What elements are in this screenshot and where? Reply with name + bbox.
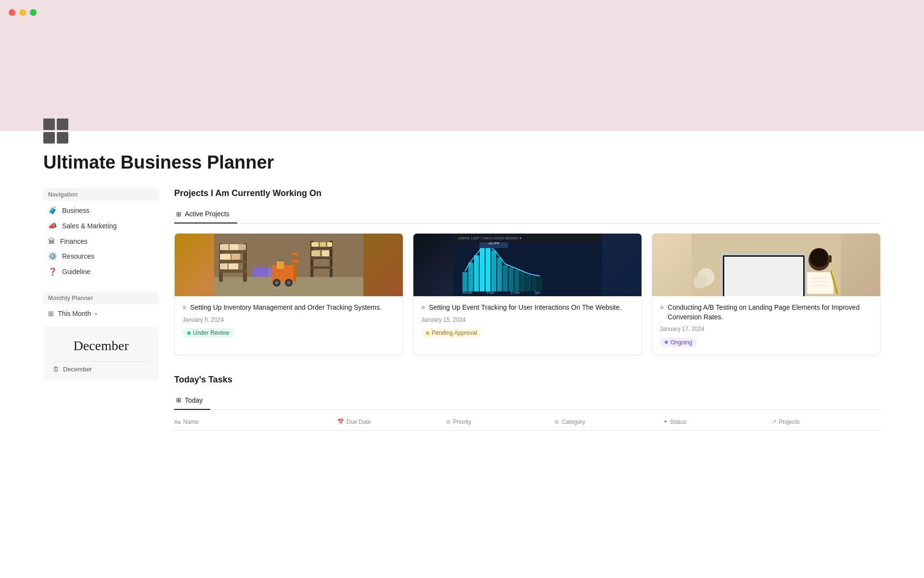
svg-rect-21: [292, 253, 298, 255]
svg-rect-67: [828, 255, 832, 263]
svg-rect-34: [268, 267, 272, 277]
svg-rect-13: [229, 263, 238, 269]
minimize-button[interactable]: [19, 9, 26, 16]
logo-square-tr: [57, 118, 68, 130]
project-card-image-0: [175, 234, 403, 296]
th-category: ◎ Category: [554, 419, 663, 425]
project-card-image-2: [652, 234, 880, 296]
svg-rect-6: [219, 270, 247, 273]
project-card-body-2: ≡ Conducting A/B Testing on Landing Page…: [652, 296, 880, 355]
th-due-label: Due Date: [346, 419, 371, 425]
svg-point-66: [810, 249, 828, 266]
project-card-0[interactable]: ≡ Setting Up Inventory Management and Or…: [174, 233, 403, 355]
project-card-title-1: Setting Up Event Tracking for User Inter…: [429, 303, 621, 313]
badge-dot-0: [187, 331, 191, 335]
svg-rect-45: [509, 267, 513, 291]
main-layout: Navigation 🧳 Business 📣 Sales & Marketin…: [43, 188, 881, 431]
tasks-section: Today's Tasks ⊞ Today Aa Name 📅: [174, 375, 881, 431]
svg-rect-7: [220, 244, 229, 250]
project-card-icon-1: ≡: [421, 303, 425, 311]
svg-rect-38: [468, 263, 473, 291]
chevron-down-icon: ▾: [95, 311, 97, 316]
svg-rect-12: [220, 263, 228, 269]
project-card-image-1: 32.9% 40.6% 479K 17min 3pv USERS: LAST 7…: [413, 234, 642, 296]
resources-icon: ⚙️: [48, 252, 57, 261]
maximize-button[interactable]: [30, 9, 37, 16]
this-month-label: This Month: [58, 310, 91, 317]
badge-dot-1: [426, 331, 429, 335]
projects-grid: ≡ Setting Up Inventory Management and Or…: [174, 233, 881, 355]
svg-rect-29: [320, 242, 326, 247]
calendar-footer: 🗓 December: [53, 361, 149, 373]
project-card-2[interactable]: ≡ Conducting A/B Testing on Landing Page…: [652, 233, 881, 355]
projects-section-heading: Projects I Am Currently Working On: [174, 188, 881, 198]
project-card-badge-2: Ongoing: [660, 338, 697, 347]
th-status-label: Status: [670, 419, 686, 425]
svg-rect-25: [310, 247, 333, 250]
calendar-card: December 🗓 December: [43, 327, 159, 381]
logo-icon: [43, 118, 68, 144]
close-button[interactable]: [9, 9, 15, 16]
project-card-body-0: ≡ Setting Up Inventory Management and Or…: [175, 296, 403, 345]
project-card-header-2: ≡ Conducting A/B Testing on Landing Page…: [660, 303, 873, 322]
svg-rect-37: [462, 272, 467, 291]
sidebar-resources-label: Resources: [62, 252, 94, 260]
th-priority: ◎ Priority: [446, 419, 555, 425]
sidebar-guideline-label: Guideline: [62, 268, 90, 276]
svg-rect-30: [327, 242, 332, 247]
sidebar-item-finances[interactable]: 🏛 Finances: [43, 234, 159, 249]
badge-label-0: Under Review: [193, 329, 229, 336]
th-name: Aa Name: [174, 419, 337, 425]
monthly-planner-section-label: Monthly Planner: [43, 292, 159, 304]
badge-label-1: Pending Approval: [432, 329, 477, 336]
th-category-icon: ◎: [554, 419, 559, 425]
sidebar: Navigation 🧳 Business 📣 Sales & Marketin…: [43, 188, 159, 381]
badge-label-2: Ongoing: [670, 339, 692, 346]
svg-point-19: [287, 281, 291, 285]
svg-rect-15: [277, 262, 284, 269]
page-title: Ultimate Business Planner: [43, 152, 881, 173]
projects-section: Projects I Am Currently Working On ⊞ Act…: [174, 188, 881, 355]
svg-rect-9: [238, 244, 246, 250]
active-projects-tab-label: Active Projects: [185, 210, 230, 218]
hero-banner: [0, 25, 924, 131]
svg-rect-46: [514, 270, 519, 291]
this-month-item[interactable]: ⊞ This Month ▾: [43, 306, 159, 321]
logo-square-tl: [43, 118, 55, 130]
calendar-footer-icon: 🗓: [53, 366, 59, 373]
logo-square-bl: [43, 132, 55, 144]
svg-rect-48: [526, 275, 531, 291]
project-card-header-1: ≡ Setting Up Event Tracking for User Int…: [421, 303, 634, 313]
tab-today[interactable]: ⊞ Today: [174, 392, 210, 410]
guideline-icon: ❓: [48, 267, 57, 276]
sidebar-divider: [43, 279, 159, 287]
titlebar: [0, 0, 924, 25]
sidebar-item-sales-marketing[interactable]: 📣 Sales & Marketing: [43, 218, 159, 234]
today-tab-label: Today: [185, 396, 203, 404]
sidebar-item-business[interactable]: 🧳 Business: [43, 203, 159, 218]
project-card-date-1: January 15, 2024: [421, 316, 634, 323]
svg-rect-50: [538, 277, 542, 291]
svg-rect-44: [503, 265, 508, 291]
finances-icon: 🏛: [48, 237, 55, 245]
sidebar-item-guideline[interactable]: ❓ Guideline: [43, 264, 159, 279]
svg-rect-26: [310, 257, 333, 259]
svg-text:USERS: LAST 7 DAYS  USING MEDI: USERS: LAST 7 DAYS USING MEDIAN ▼: [458, 236, 522, 240]
navigation-section-label: Navigation: [43, 188, 159, 201]
grid-icon: ⊞: [48, 310, 54, 317]
calendar-footer-label: December: [63, 366, 92, 373]
svg-rect-20: [294, 253, 296, 282]
svg-point-17: [275, 281, 279, 285]
sidebar-item-resources[interactable]: ⚙️ Resources: [43, 249, 159, 264]
th-due-icon: 📅: [337, 419, 344, 425]
project-card-badge-1: Pending Approval: [421, 328, 482, 338]
tab-active-projects[interactable]: ⊞ Active Projects: [174, 205, 237, 223]
projects-tabs: ⊞ Active Projects: [174, 205, 881, 223]
th-name-label: Name: [183, 419, 198, 425]
project-card-1[interactable]: 32.9% 40.6% 479K 17min 3pv USERS: LAST 7…: [413, 233, 642, 355]
svg-rect-22: [292, 260, 298, 263]
project-card-icon-0: ≡: [182, 303, 186, 311]
th-projects-icon: ↗: [772, 419, 776, 425]
tasks-section-heading: Today's Tasks: [174, 375, 881, 385]
svg-text:40.6%: 40.6%: [462, 291, 472, 294]
